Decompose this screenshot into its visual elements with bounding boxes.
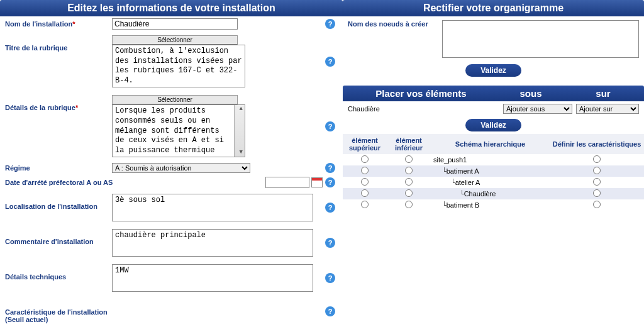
table-row: └batiment A	[343, 165, 644, 177]
select-button-details[interactable]: Sélectionner	[112, 95, 238, 104]
select-regime[interactable]: A : Soumis à autorisation	[112, 163, 250, 173]
textarea-localisation[interactable]: 3è sous sol	[112, 194, 313, 221]
select-button-titre[interactable]: Sélectionner	[112, 35, 238, 45]
right-panel-title-org: Rectifier votre organigramme	[343, 0, 644, 16]
help-icon[interactable]: ?	[325, 57, 335, 67]
radio-element-inferieur[interactable]	[405, 189, 413, 197]
tree-node-label: └Chaudière	[431, 188, 550, 199]
label-details-rubrique: Détails de la rubrique*	[5, 95, 112, 111]
scroll-down-icon[interactable]: ▼	[240, 149, 243, 157]
radio-element-inferieur[interactable]	[405, 155, 413, 163]
radio-definir-carac[interactable]	[593, 201, 601, 208]
radio-element-inferieur[interactable]	[405, 201, 413, 208]
help-icon[interactable]: ?	[325, 19, 335, 29]
textarea-techniques[interactable]: 1MW	[112, 264, 313, 292]
radio-element-superieur[interactable]	[361, 189, 369, 197]
tree-node-label: └batiment A	[431, 165, 550, 177]
help-icon[interactable]: ?	[325, 163, 335, 173]
radio-definir-carac[interactable]	[593, 178, 601, 186]
tree-node-label: └atelier A	[431, 177, 550, 188]
select-ajouter-sous[interactable]: Ajouter sous	[503, 104, 572, 114]
radio-element-superieur[interactable]	[361, 201, 369, 208]
table-row: └Chaudière	[343, 188, 644, 199]
placer-element-name: Chaudière	[348, 105, 499, 113]
label-techniques: Détails techniques	[5, 264, 112, 281]
help-icon[interactable]: ?	[325, 177, 335, 187]
help-icon[interactable]: ?	[325, 273, 335, 283]
radio-element-superieur[interactable]	[361, 155, 369, 163]
input-nom-installation[interactable]	[112, 18, 238, 30]
label-localisation: Localisation de l'installation	[5, 194, 112, 210]
textarea-commentaire[interactable]: chaudière principale	[112, 229, 313, 257]
label-nom: Nom de l'installation*	[5, 20, 112, 28]
radio-element-superieur[interactable]	[361, 178, 369, 186]
th-element-inferieur: élément inférieur	[387, 134, 431, 154]
validez-button-placer[interactable]: Validez	[465, 119, 521, 131]
help-icon[interactable]: ?	[325, 203, 335, 213]
th-schema: Schéma hierarchique	[431, 134, 550, 154]
textbox-details-rubrique[interactable]: ▲ Lorsque les produits consommés seuls o…	[112, 104, 245, 157]
table-row: site_push1	[343, 154, 644, 165]
left-panel-title: Editez les informations de votre install…	[0, 0, 343, 16]
tree-table: élément supérieur élément inférieur Sché…	[343, 134, 644, 211]
label-date-arrete: Date d'arrété préfectoral A ou AS	[5, 179, 131, 186]
input-date-arrete[interactable]	[265, 177, 309, 188]
calendar-icon[interactable]	[311, 177, 323, 187]
textbox-titre-rubrique[interactable]: Combustion, à l'exclusion des installati…	[112, 45, 245, 87]
help-icon[interactable]: ?	[325, 238, 335, 248]
radio-element-inferieur[interactable]	[405, 167, 413, 174]
th-definir: Définir les caractéristiques	[550, 134, 644, 154]
th-element-superieur: élément supérieur	[343, 134, 387, 154]
table-row: └batiment B	[343, 199, 644, 211]
label-nom-noeuds: Nom des noeuds à créer	[348, 20, 442, 28]
table-row: └atelier A	[343, 177, 644, 188]
tree-node-label: └batiment B	[431, 199, 550, 211]
radio-definir-carac[interactable]	[593, 167, 601, 174]
placer-header: Placer vos éléments sous sur	[343, 86, 644, 101]
label-regime: Régime	[5, 164, 112, 172]
textarea-nom-noeuds[interactable]	[442, 20, 639, 58]
help-icon[interactable]: ?	[325, 306, 335, 316]
radio-element-superieur[interactable]	[361, 167, 369, 174]
label-commentaire: Commentaire d'installation	[5, 229, 112, 245]
label-caracteristique: Caractéristique de l'installation (Seuil…	[5, 299, 112, 323]
radio-definir-carac[interactable]	[593, 189, 601, 197]
scroll-up-icon[interactable]: ▲	[240, 106, 243, 113]
select-ajouter-sur[interactable]: Ajouter sur	[576, 104, 639, 114]
radio-element-inferieur[interactable]	[405, 178, 413, 186]
help-icon[interactable]: ?	[325, 121, 335, 131]
label-titre-rubrique: Titre de la rubrique	[5, 35, 112, 52]
validez-button-org[interactable]: Validez	[465, 64, 521, 77]
tree-node-label: site_push1	[431, 154, 550, 165]
radio-definir-carac[interactable]	[593, 155, 601, 163]
